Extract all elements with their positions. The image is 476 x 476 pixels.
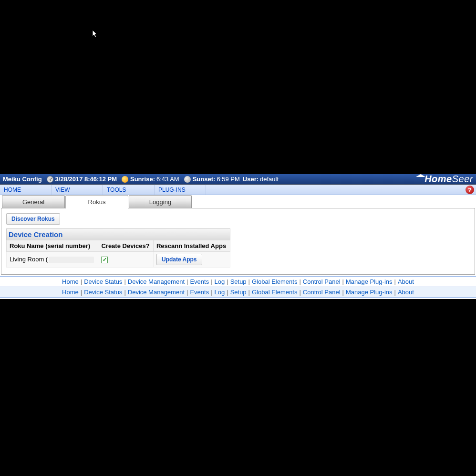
footer-row-2: Home|Device Status|Device Management|Eve… — [0, 287, 476, 298]
main-nav: HOME VIEW TOOLS PLUG-INS ? — [0, 185, 476, 195]
footer-link-device-management[interactable]: Device Management — [128, 278, 185, 285]
brand-logo: HomeSeer — [416, 174, 473, 185]
footer: Home|Device Status|Device Management|Eve… — [0, 275, 476, 299]
footer-link-log[interactable]: Log — [215, 278, 225, 285]
footer-link-log[interactable]: Log — [215, 289, 225, 296]
footer-link-device-status[interactable]: Device Status — [84, 289, 122, 296]
footer-link-control-panel[interactable]: Control Panel — [303, 289, 341, 296]
update-apps-button[interactable]: Update Apps — [156, 254, 202, 265]
user-value: default — [260, 176, 279, 183]
col-create-devices: Create Devices? — [98, 240, 154, 252]
datetime: 3/28/2017 8:46:12 PM — [55, 176, 117, 183]
cell-create-devices — [98, 252, 154, 268]
footer-link-global-elements[interactable]: Global Elements — [252, 278, 297, 285]
tab-logging[interactable]: Logging — [129, 195, 192, 208]
sunrise-label: Sunrise:6:43 AM — [130, 176, 179, 183]
device-creation-table: Roku Name (serial number) Create Devices… — [6, 240, 230, 268]
nav-plugins[interactable]: PLUG-INS — [155, 185, 206, 195]
footer-link-device-status[interactable]: Device Status — [84, 278, 122, 285]
roof-icon — [416, 174, 425, 177]
footer-link-events[interactable]: Events — [190, 289, 209, 296]
footer-link-events[interactable]: Events — [190, 278, 209, 285]
help-icon[interactable]: ? — [466, 186, 474, 194]
nav-tools[interactable]: TOOLS — [103, 185, 155, 195]
content-area: General Rokus Logging Discover Rokus Dev… — [0, 195, 476, 275]
config-tabs: General Rokus Logging — [1, 195, 475, 208]
app-title: Meiku Config — [3, 176, 42, 183]
device-creation-heading: Device Creation — [6, 228, 230, 240]
roku-name-text: Living Room ( — [10, 256, 48, 263]
footer-link-setup[interactable]: Setup — [230, 289, 247, 296]
tab-general[interactable]: General — [2, 195, 65, 208]
create-devices-checkbox[interactable] — [101, 257, 108, 263]
nav-view[interactable]: VIEW — [52, 185, 103, 195]
clock-icon — [47, 176, 53, 183]
footer-link-global-elements[interactable]: Global Elements — [252, 289, 297, 296]
discover-rokus-button[interactable]: Discover Rokus — [6, 213, 60, 225]
cell-rescan-apps: Update Apps — [153, 252, 230, 268]
tab-panel-rokus: Discover Rokus Device Creation Roku Name… — [1, 208, 475, 275]
sunset-value: 6:59 PM — [217, 176, 239, 183]
sunset-label: Sunset:6:59 PM — [193, 176, 240, 183]
user-label: User:default — [243, 176, 279, 183]
footer-link-device-management[interactable]: Device Management — [128, 289, 185, 296]
footer-link-manage-plug-ins[interactable]: Manage Plug-ins — [346, 278, 393, 285]
mouse-cursor-icon — [92, 30, 99, 39]
footer-link-home[interactable]: Home — [62, 278, 79, 285]
footer-link-setup[interactable]: Setup — [230, 278, 247, 285]
footer-link-control-panel[interactable]: Control Panel — [303, 278, 341, 285]
table-row: Living Room ( Update Apps — [7, 252, 230, 268]
cell-roku-name: Living Room ( — [7, 252, 98, 268]
moon-icon — [184, 176, 191, 183]
footer-link-manage-plug-ins[interactable]: Manage Plug-ins — [346, 289, 393, 296]
footer-link-about[interactable]: About — [398, 278, 414, 285]
sunrise-value: 6:43 AM — [156, 176, 179, 183]
nav-home[interactable]: HOME — [0, 185, 52, 195]
footer-row-1: Home|Device Status|Device Management|Eve… — [0, 276, 476, 287]
col-rescan-apps: Rescann Installed Apps — [153, 240, 230, 252]
status-bar: Meiku Config 3/28/2017 8:46:12 PM Sunris… — [0, 174, 476, 185]
footer-link-about[interactable]: About — [398, 289, 414, 296]
footer-link-home[interactable]: Home — [62, 289, 79, 296]
col-roku-name: Roku Name (serial number) — [7, 240, 98, 252]
redacted-serial — [49, 257, 94, 263]
sun-icon — [122, 176, 128, 183]
tab-rokus[interactable]: Rokus — [65, 195, 128, 208]
